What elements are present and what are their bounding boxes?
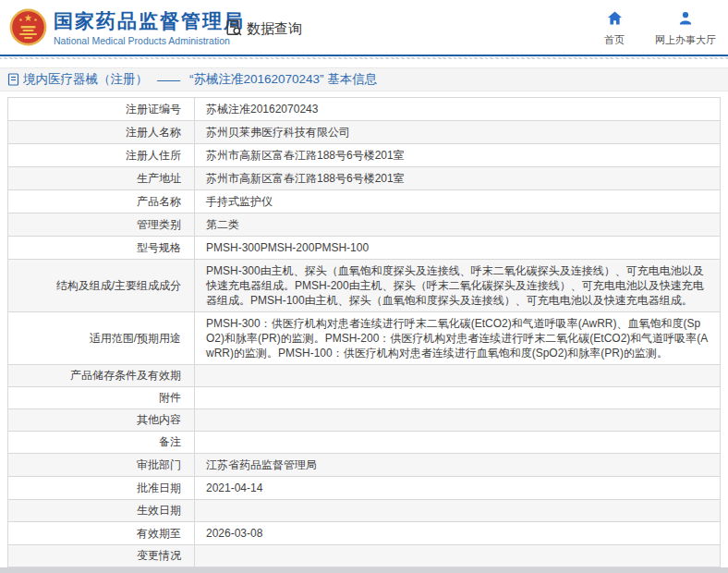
user-icon	[678, 11, 693, 29]
row-value-cell	[195, 365, 721, 387]
row-value-cell	[195, 409, 721, 432]
row-label: 注册证编号	[126, 103, 181, 116]
row-value: 手持式监护仪	[206, 195, 273, 208]
row-label-cell: 变更情况	[8, 545, 195, 567]
table-row: 备注	[8, 432, 721, 454]
row-value-cell: 苏械注准20162070243	[195, 98, 721, 121]
nav-item-data-query[interactable]: 数据查询	[224, 18, 302, 40]
document-icon	[7, 73, 19, 86]
row-value: 苏州市高新区富春江路188号6号楼201室	[206, 172, 405, 185]
breadcrumb: 境内医疗器械（注册） —— “苏械注准20162070243” 基本信息	[0, 67, 728, 91]
row-value: 江苏省药品监督管理局	[206, 458, 317, 471]
table-row: 变更情况	[8, 545, 721, 567]
row-value-cell: 2021-04-14	[195, 477, 721, 500]
table-row: 其他内容	[8, 409, 721, 432]
quick-link-service-hall[interactable]: 网上办事大厅	[655, 11, 716, 47]
table-row: 适用范围/预期用途PMSH-300：供医疗机构对患者连续进行呼末二氧化碳(EtC…	[8, 312, 721, 365]
row-label: 附件	[159, 391, 181, 404]
breadcrumb-separator: ——	[157, 73, 178, 87]
site-header: 国家药品监督管理局 National Medical Products Admi…	[0, 0, 728, 56]
registration-table-body: 注册证编号苏械注准20162070243注册人名称苏州贝莱弗医疗科技有限公司注册…	[8, 98, 721, 573]
row-value: 2021-04-14	[206, 482, 262, 494]
table-row: 结构及组成/主要组成成分PMSH-300由主机、探头（血氧饱和度探头及连接线、呼…	[8, 260, 721, 312]
table-row: 批准日期2021-04-14	[8, 477, 721, 500]
home-icon	[607, 11, 623, 29]
header-quick-links: 首页 网上办事大厅	[598, 11, 716, 47]
row-label-cell: 适用范围/预期用途	[8, 312, 195, 365]
row-value-cell: 苏州市高新区富春江路188号6号楼201室	[195, 144, 721, 167]
row-label-cell: 其他内容	[8, 409, 195, 432]
row-label-cell: 生产地址	[8, 167, 195, 190]
row-value: PMSH-300PMSH-200PMSH-100	[206, 241, 369, 254]
table-row: 管理类别第二类	[8, 213, 721, 237]
row-label: 管理类别	[137, 218, 181, 231]
table-row: 有效期至2026-03-08	[8, 522, 721, 545]
row-value: 苏州市高新区富春江路188号6号楼201室	[206, 149, 405, 162]
row-label-cell: 注册人住所	[8, 144, 195, 167]
quick-link-home[interactable]: 首页	[598, 11, 631, 47]
row-label: 适用范围/预期用途	[90, 332, 181, 345]
header-divider	[0, 57, 728, 59]
row-value-cell: 江苏省药品监督管理局	[195, 454, 721, 477]
quick-link-service-hall-label: 网上办事大厅	[655, 33, 716, 47]
row-value-cell: 手持式监护仪	[195, 190, 721, 213]
row-label: 有效期至	[137, 527, 181, 540]
row-label-cell: 批准日期	[8, 477, 195, 500]
row-label: 生产地址	[137, 172, 181, 185]
row-value-cell: 苏州贝莱弗医疗科技有限公司	[195, 121, 721, 144]
row-label: 批准日期	[137, 482, 181, 494]
page: 国家药品监督管理局 National Medical Products Admi…	[0, 0, 728, 573]
row-value-cell: 第二类	[195, 213, 721, 237]
row-label-cell: 生效日期	[8, 500, 195, 522]
table-row: 生效日期	[8, 500, 721, 522]
row-label-cell: 有效期至	[8, 522, 195, 545]
row-label-cell: 产品名称	[8, 190, 195, 213]
row-value-cell	[195, 500, 721, 522]
row-value-cell: 苏州市高新区富春江路188号6号楼201室	[195, 167, 721, 190]
row-label: 注册人名称	[126, 126, 181, 139]
document-search-icon	[224, 18, 243, 40]
registration-info-table: 注册证编号苏械注准20162070243注册人名称苏州贝莱弗医疗科技有限公司注册…	[7, 97, 721, 573]
table-row: 注册人住所苏州市高新区富春江路188号6号楼201室	[8, 144, 721, 167]
row-label: 生效日期	[137, 504, 181, 517]
page-title: “苏械注准20162070243” 基本信息	[189, 71, 377, 88]
row-label-cell: 管理类别	[8, 213, 195, 237]
table-row: 生产地址苏州市高新区富春江路188号6号楼201室	[8, 167, 721, 190]
site-titles: 国家药品监督管理局 National Medical Products Admi…	[54, 10, 245, 46]
org-name-en: National Medical Products Administration	[54, 35, 245, 46]
row-label-cell: 备注	[8, 432, 195, 454]
row-label: 变更情况	[137, 549, 181, 562]
row-label-cell: 附件	[8, 387, 195, 409]
table-row: 注册人名称苏州贝莱弗医疗科技有限公司	[8, 121, 721, 144]
row-value-cell: 2026-03-08	[195, 522, 721, 545]
row-value-cell	[195, 545, 721, 567]
row-value: PMSH-300由主机、探头（血氧饱和度探头及连接线、呼末二氧化碳探头及连接线）…	[206, 264, 704, 307]
row-value: 苏州贝莱弗医疗科技有限公司	[206, 126, 350, 139]
table-row: 产品储存条件及有效期	[8, 365, 721, 387]
footer-strip	[0, 567, 728, 573]
row-value-cell	[195, 432, 721, 454]
row-label-cell: 产品储存条件及有效期	[8, 365, 195, 387]
row-value: 2026-03-08	[206, 527, 262, 540]
row-label-cell: 型号规格	[8, 237, 195, 260]
row-value-cell: PMSH-300：供医疗机构对患者连续进行呼末二氧化碳(EtCO2)和气道呼吸率…	[195, 312, 721, 365]
row-label-cell: 审批部门	[8, 454, 195, 477]
row-label: 型号规格	[137, 241, 181, 254]
row-label: 其他内容	[137, 413, 181, 426]
row-value-cell	[195, 387, 721, 409]
row-label-cell: 结构及组成/主要组成成分	[8, 260, 195, 312]
row-value-cell: PMSH-300PMSH-200PMSH-100	[195, 237, 721, 260]
nav-data-query-label: 数据查询	[247, 20, 302, 38]
row-label: 结构及组成/主要组成成分	[56, 279, 181, 292]
row-value: 苏械注准20162070243	[206, 103, 318, 116]
row-label: 注册人住所	[126, 149, 181, 162]
org-name-cn: 国家药品监督管理局	[54, 10, 245, 32]
quick-link-home-label: 首页	[604, 33, 625, 47]
row-label: 产品名称	[137, 195, 181, 208]
row-value: PMSH-300：供医疗机构对患者连续进行呼末二氧化碳(EtCO2)和气道呼吸率…	[206, 317, 708, 360]
table-row: 附件	[8, 387, 721, 409]
registration-info-table-wrap: 注册证编号苏械注准20162070243注册人名称苏州贝莱弗医疗科技有限公司注册…	[7, 97, 721, 573]
table-row: 审批部门江苏省药品监督管理局	[8, 454, 721, 477]
row-label: 备注	[159, 435, 181, 448]
table-row: 注册证编号苏械注准20162070243	[8, 98, 721, 121]
